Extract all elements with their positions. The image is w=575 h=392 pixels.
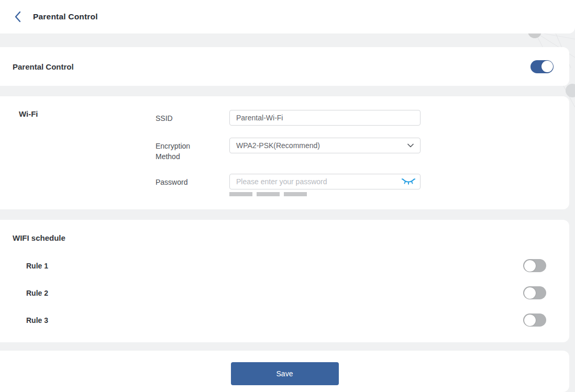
save-card: Save [0, 351, 569, 392]
rule-3-label: Rule 3 [26, 316, 48, 324]
page-header: Parental Control [0, 0, 575, 33]
encryption-method-select[interactable]: WPA2-PSK(Recommend) [229, 138, 421, 153]
toggle-knob [524, 260, 536, 272]
password-row: Password [156, 174, 421, 196]
parental-control-label: Parental Control [13, 62, 74, 71]
rule-2-label: Rule 2 [26, 289, 48, 297]
chevron-down-icon [407, 143, 414, 148]
section-gap [0, 33, 575, 47]
parental-control-page: Parental Control Parental Control Wi-Fi … [0, 0, 575, 392]
schedule-rule-row: Rule 3 [13, 313, 546, 327]
encryption-method-row: Encryption Method WPA2-PSK(Recommend) [156, 138, 421, 162]
parental-control-card: Parental Control [0, 47, 569, 86]
ssid-row: SSID [156, 110, 421, 126]
rule-2-toggle[interactable] [523, 286, 546, 299]
schedule-rule-row: Rule 1 [13, 259, 546, 272]
eye-closed-icon [402, 178, 415, 185]
ssid-label: SSID [156, 110, 229, 126]
password-strength-bar [284, 192, 307, 196]
password-label: Password [156, 174, 229, 196]
encryption-method-label: Encryption Method [156, 138, 229, 162]
wifi-settings-card: Wi-Fi SSID Encryption Method WPA2-PSK(Re… [0, 96, 569, 209]
wifi-section-label: Wi-Fi [19, 109, 38, 118]
wifi-form: SSID Encryption Method WPA2-PSK(Recommen… [156, 110, 421, 208]
wifi-schedule-section-label: WIFI schedule [13, 233, 65, 242]
password-visibility-toggle[interactable] [402, 178, 415, 185]
section-gap [0, 342, 575, 351]
ssid-input[interactable] [229, 110, 421, 126]
section-gap [0, 86, 575, 96]
password-field-wrap [229, 174, 421, 189]
password-input[interactable] [229, 174, 421, 189]
back-button[interactable] [11, 10, 25, 24]
toggle-knob [541, 61, 553, 72]
page-title: Parental Control [33, 12, 98, 21]
chevron-left-icon [14, 10, 22, 23]
parental-control-toggle[interactable] [530, 60, 554, 73]
password-strength-bar [257, 192, 280, 196]
section-gap [0, 209, 575, 220]
schedule-rule-row: Rule 2 [13, 286, 546, 299]
wifi-schedule-card: WIFI schedule Rule 1 Rule 2 Rule 3 [0, 220, 569, 342]
rule-1-label: Rule 1 [26, 262, 48, 270]
save-button[interactable]: Save [231, 362, 339, 385]
password-strength-bar [229, 192, 252, 196]
toggle-knob [524, 315, 536, 326]
toggle-knob [524, 287, 536, 299]
password-strength-meter [229, 192, 421, 196]
rule-1-toggle[interactable] [523, 259, 546, 272]
encryption-method-selected-value: WPA2-PSK(Recommend) [236, 141, 320, 150]
rule-3-toggle[interactable] [523, 313, 546, 327]
